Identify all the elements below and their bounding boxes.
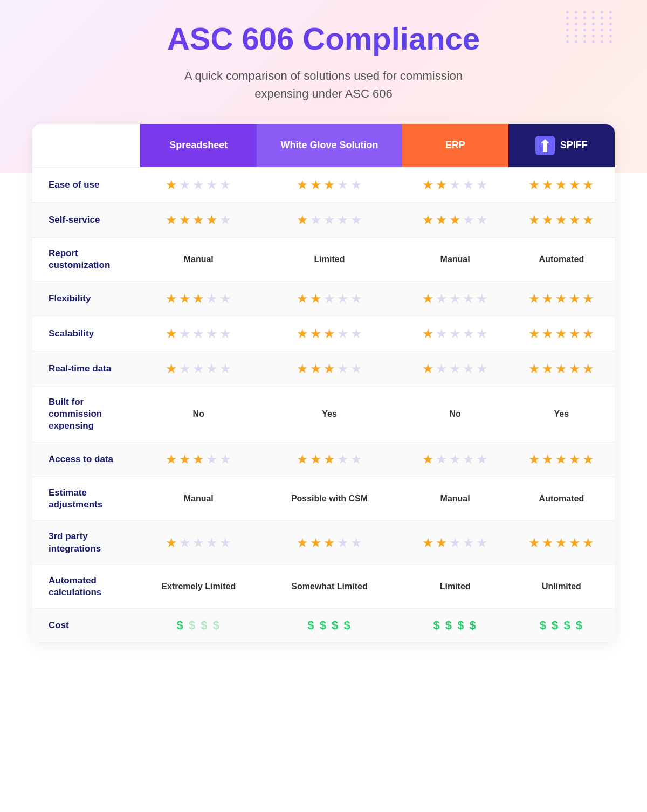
star-empty: ★ <box>219 177 231 192</box>
star-filled: ★ <box>179 291 191 306</box>
star-filled: ★ <box>310 177 322 192</box>
star-filled: ★ <box>528 212 540 228</box>
row-label: Estimate adjustments <box>49 487 102 510</box>
star-filled: ★ <box>422 291 434 306</box>
star-filled: ★ <box>569 212 581 228</box>
cell-spreadsheet: Manual <box>140 477 257 521</box>
star-filled: ★ <box>436 177 448 192</box>
star-empty: ★ <box>463 361 474 376</box>
cell-erp: No <box>402 386 508 442</box>
star-filled: ★ <box>297 291 308 306</box>
star-empty: ★ <box>449 177 461 192</box>
cell-spreadsheet: $ $ $ $ <box>140 608 257 642</box>
table-row: Scalability★★★★★★★★★★★★★★★★★★★★ <box>32 316 615 351</box>
star-filled: ★ <box>582 361 594 376</box>
row-label: Report customization <box>49 248 110 270</box>
cell-spiff: ★★★★★ <box>508 167 615 202</box>
row-label: Access to data <box>49 454 113 464</box>
cell-whiteglove: Limited <box>257 237 402 281</box>
star-filled: ★ <box>310 291 322 306</box>
cell-whiteglove: ★★★★★ <box>257 521 402 565</box>
cell-spreadsheet: Extremely Limited <box>140 565 257 608</box>
star-empty: ★ <box>476 452 488 467</box>
text-cell: Limited <box>440 582 471 591</box>
star-empty: ★ <box>324 212 335 228</box>
star-empty: ★ <box>463 452 474 467</box>
star-empty: ★ <box>350 177 362 192</box>
star-filled: ★ <box>179 212 191 228</box>
star-empty: ★ <box>206 361 218 376</box>
star-empty: ★ <box>192 361 204 376</box>
star-empty: ★ <box>449 291 461 306</box>
page-subtitle: A quick comparison of solutions used for… <box>162 67 485 102</box>
star-filled: ★ <box>324 361 335 376</box>
star-filled: ★ <box>528 361 540 376</box>
cost-cell: $ $ $ $ <box>267 618 391 632</box>
cell-spreadsheet: ★★★★★ <box>140 167 257 202</box>
spiff-label: SPIFF <box>560 140 588 151</box>
cell-whiteglove: $ $ $ $ <box>257 608 402 642</box>
star-filled: ★ <box>422 361 434 376</box>
star-empty: ★ <box>337 326 349 341</box>
text-cell: Automated <box>539 254 584 264</box>
star-filled: ★ <box>569 177 581 192</box>
star-empty: ★ <box>206 535 218 550</box>
star-filled: ★ <box>569 291 581 306</box>
row-label: Built for commission expensing <box>49 397 102 431</box>
row-label: Ease of use <box>49 180 100 190</box>
cell-whiteglove: ★★★★★ <box>257 202 402 237</box>
star-empty: ★ <box>350 291 362 306</box>
star-filled: ★ <box>528 326 540 341</box>
col-header-spiff: SPIFF <box>508 124 615 168</box>
star-empty: ★ <box>350 326 362 341</box>
star-empty: ★ <box>476 326 488 341</box>
star-filled: ★ <box>569 326 581 341</box>
star-filled: ★ <box>542 452 554 467</box>
cost-cell: $ $ $ $ <box>413 618 498 632</box>
cell-whiteglove: Possible with CSM <box>257 477 402 521</box>
star-empty: ★ <box>449 326 461 341</box>
star-empty: ★ <box>337 177 349 192</box>
comparison-table: Spreadsheet White Glove Solution ERP SPI… <box>32 124 615 643</box>
table-row: Estimate adjustmentsManualPossible with … <box>32 477 615 521</box>
cell-spreadsheet: Manual <box>140 237 257 281</box>
cell-spreadsheet: ★★★★★ <box>140 316 257 351</box>
star-filled: ★ <box>166 291 177 306</box>
cell-spiff: Automated <box>508 477 615 521</box>
star-empty: ★ <box>449 535 461 550</box>
star-filled: ★ <box>449 212 461 228</box>
star-empty: ★ <box>476 177 488 192</box>
star-empty: ★ <box>463 177 474 192</box>
star-filled: ★ <box>422 212 434 228</box>
star-empty: ★ <box>350 212 362 228</box>
cell-whiteglove: Somewhat Limited <box>257 565 402 608</box>
star-empty: ★ <box>463 212 474 228</box>
star-empty: ★ <box>192 177 204 192</box>
star-empty: ★ <box>219 212 231 228</box>
text-cell: Somewhat Limited <box>291 582 367 591</box>
star-empty: ★ <box>436 291 448 306</box>
star-filled: ★ <box>166 452 177 467</box>
star-filled: ★ <box>324 177 335 192</box>
table-row: Real-time data★★★★★★★★★★★★★★★★★★★★ <box>32 351 615 386</box>
star-empty: ★ <box>192 326 204 341</box>
row-label: Self-service <box>49 215 100 225</box>
star-empty: ★ <box>436 361 448 376</box>
star-filled: ★ <box>192 291 204 306</box>
col-header-spreadsheet: Spreadsheet <box>140 124 257 168</box>
cell-erp: ★★★★★ <box>402 521 508 565</box>
star-filled: ★ <box>555 326 567 341</box>
star-filled: ★ <box>542 177 554 192</box>
cost-cell: $ $ $ $ <box>151 618 246 632</box>
cell-whiteglove: Yes <box>257 386 402 442</box>
text-cell: Yes <box>554 409 569 418</box>
star-empty: ★ <box>436 326 448 341</box>
star-empty: ★ <box>179 361 191 376</box>
star-filled: ★ <box>324 535 335 550</box>
cell-spiff: ★★★★★ <box>508 316 615 351</box>
text-cell: Manual <box>440 254 470 264</box>
cost-cell: $ $ $ $ <box>519 618 604 632</box>
star-filled: ★ <box>422 326 434 341</box>
table-row: Access to data★★★★★★★★★★★★★★★★★★★★ <box>32 442 615 477</box>
star-empty: ★ <box>350 535 362 550</box>
